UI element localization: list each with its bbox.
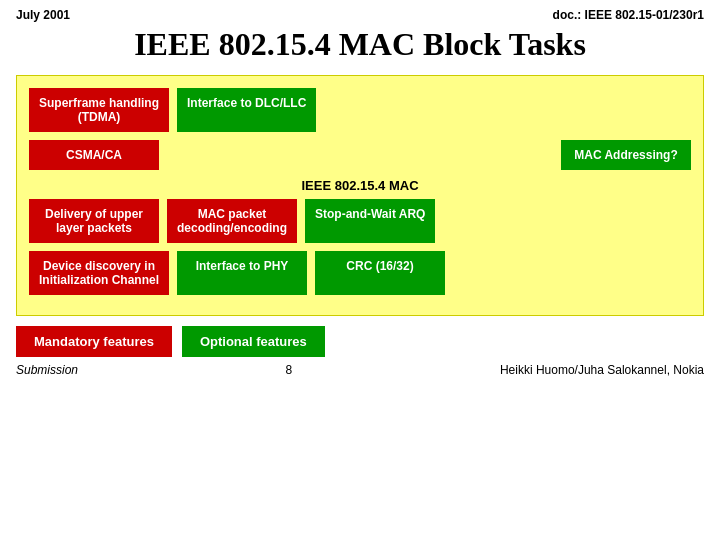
cell-mac-packet: MAC packetdecoding/encoding bbox=[167, 199, 297, 243]
spacer-1 bbox=[324, 88, 691, 132]
page-container: July 2001 doc.: IEEE 802.15-01/230r1 IEE… bbox=[0, 0, 720, 540]
header-row: July 2001 doc.: IEEE 802.15-01/230r1 bbox=[16, 8, 704, 22]
grid-row-4: Device discovery inInitialization Channe… bbox=[29, 251, 691, 295]
footer-row: Submission 8 Heikki Huomo/Juha Salokanne… bbox=[16, 363, 704, 377]
cell-crc: CRC (16/32) bbox=[315, 251, 445, 295]
center-label: IEEE 802.15.4 MAC bbox=[29, 178, 691, 193]
cell-interface-dlc: Interface to DLC/LLC bbox=[177, 88, 316, 132]
cell-csma: CSMA/CA bbox=[29, 140, 159, 170]
cell-delivery: Delivery of upperlayer packets bbox=[29, 199, 159, 243]
page-title: IEEE 802.15.4 MAC Block Tasks bbox=[16, 26, 704, 63]
cell-stop-wait: Stop-and-Wait ARQ bbox=[305, 199, 435, 243]
cell-device-discovery: Device discovery inInitialization Channe… bbox=[29, 251, 169, 295]
mandatory-legend: Mandatory features bbox=[16, 326, 172, 357]
grid-row-1: Superframe handling(TDMA) Interface to D… bbox=[29, 88, 691, 132]
cell-superframe: Superframe handling(TDMA) bbox=[29, 88, 169, 132]
legend-row: Mandatory features Optional features bbox=[16, 326, 704, 357]
footer-page-number: 8 bbox=[286, 363, 293, 377]
main-content-box: Superframe handling(TDMA) Interface to D… bbox=[16, 75, 704, 316]
grid-row-2: CSMA/CA MAC Addressing? bbox=[29, 140, 691, 170]
cell-interface-phy: Interface to PHY bbox=[177, 251, 307, 295]
footer-submission: Submission bbox=[16, 363, 78, 377]
footer-author: Heikki Huomo/Juha Salokannel, Nokia bbox=[500, 363, 704, 377]
optional-legend: Optional features bbox=[182, 326, 325, 357]
grid-row-3: Delivery of upperlayer packets MAC packe… bbox=[29, 199, 691, 243]
header-date: July 2001 bbox=[16, 8, 70, 22]
header-doc: doc.: IEEE 802.15-01/230r1 bbox=[553, 8, 704, 22]
cell-mac-addressing: MAC Addressing? bbox=[561, 140, 691, 170]
spacer-2 bbox=[167, 140, 553, 170]
